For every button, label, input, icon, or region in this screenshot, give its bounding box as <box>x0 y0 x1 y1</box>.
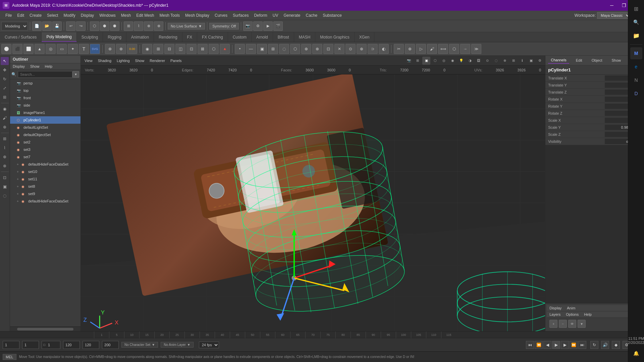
soft-select-icon[interactable]: ◉ <box>1 105 9 113</box>
boolean-button[interactable]: ◫ <box>175 44 185 54</box>
render-region-icon[interactable]: ▣ <box>1 183 9 191</box>
no-live-surface-button[interactable]: No Live Surface ▼ <box>168 23 205 29</box>
plane-tool-button[interactable]: ▭ <box>57 44 67 54</box>
vp-menu-renderer[interactable]: Renderer <box>147 58 167 64</box>
tree-item-default-object-set[interactable]: ◉ defaultObjectSet <box>10 131 80 138</box>
poke-face-button[interactable]: ⊕ <box>405 44 415 54</box>
history-icon[interactable]: ⊡ <box>1 174 9 182</box>
playback-end-input[interactable] <box>83 341 99 349</box>
no-anim-layer-button[interactable]: No Anim Layer ▼ <box>161 342 194 348</box>
search-options-button[interactable]: ▼ <box>72 71 79 78</box>
retopo-button[interactable]: ⬡ <box>449 44 459 54</box>
prev-frame-button[interactable]: ◀ <box>543 341 551 349</box>
mode-dropdown[interactable]: Modeling <box>1 22 28 31</box>
snap-grid-button[interactable]: ⊞ <box>124 21 133 31</box>
tab-fx[interactable]: FX <box>182 32 197 42</box>
fps-dropdown[interactable]: 24 fps 30 fps <box>199 342 219 348</box>
menu-surfaces[interactable]: Surfaces <box>230 12 251 19</box>
smooth-btn[interactable]: ◎ <box>440 57 448 65</box>
outliner-help-menu[interactable]: Help <box>42 63 55 69</box>
outliner-scrollbar[interactable] <box>10 326 80 331</box>
tab-xgen[interactable]: XGen <box>355 32 375 42</box>
tab-poly-modeling[interactable]: Poly Modeling <box>42 32 76 42</box>
menu-create[interactable]: Create <box>27 12 44 19</box>
tab-sculpting[interactable]: Sculpting <box>77 32 103 42</box>
ipr-button[interactable]: ▶ <box>263 21 273 31</box>
menu-mesh-tools[interactable]: Mesh Tools <box>157 12 182 19</box>
max-frame-input[interactable] <box>102 341 119 349</box>
redo-button[interactable]: ↪ <box>76 21 86 31</box>
visibility-value[interactable]: on <box>605 139 632 144</box>
torus-tool-button[interactable]: ◎ <box>46 44 56 54</box>
channel-scale-z[interactable]: Scale Z 1 <box>545 131 634 138</box>
menu-modify[interactable]: Modify <box>61 12 78 19</box>
bevel-button[interactable]: 0.00 <box>127 44 137 54</box>
crease-tool-button[interactable]: 🔺 <box>220 44 230 54</box>
layer-anim-tab[interactable]: Anim <box>564 305 578 311</box>
uv-button[interactable]: ⊞ <box>268 44 278 54</box>
select-tool-button[interactable]: ⬡ <box>90 21 99 31</box>
merge-vertices-button[interactable]: ⊙ <box>345 44 356 54</box>
scroll-thumb[interactable] <box>17 328 73 330</box>
cone-tool-button[interactable]: ▲ <box>35 44 45 54</box>
camera-button[interactable]: 📷 <box>243 21 253 31</box>
universal-manip-icon[interactable]: ⊞ <box>1 93 9 101</box>
save-file-button[interactable]: 💾 <box>52 21 62 31</box>
menu-mesh-display[interactable]: Mesh Display <box>182 12 212 19</box>
tab-animation[interactable]: Animation <box>126 32 154 42</box>
prev-key-button[interactable]: ⏪ <box>535 341 543 349</box>
tree-item-default-light-set[interactable]: ◉ defaultLightSet <box>10 124 80 131</box>
workspace-dropdown[interactable]: Maya Classic <box>597 12 631 19</box>
tab-arnold[interactable]: Arnold <box>252 32 273 42</box>
delete-edge-button[interactable]: ✕ <box>334 44 344 54</box>
bridge-button[interactable]: ⊗ <box>116 44 126 54</box>
symmetry-button[interactable]: ⟺ <box>438 44 448 54</box>
rotate-z-value[interactable]: 0 <box>605 111 632 116</box>
soft-select-button[interactable]: ◐ <box>379 44 389 54</box>
mel-python-toggle[interactable]: MEL <box>3 354 16 360</box>
tab-bifrost[interactable]: Bifrost <box>273 32 294 42</box>
menu-file[interactable]: File <box>3 12 14 19</box>
tree-item-set3[interactable]: ◉ set3 <box>10 146 80 153</box>
menu-deform[interactable]: Deform <box>251 12 270 19</box>
show-tab[interactable]: Show <box>609 57 624 63</box>
menu-mesh[interactable]: Mesh <box>118 12 133 19</box>
lighting-btn[interactable]: 💡 <box>457 57 465 65</box>
menu-uv[interactable]: UV <box>270 12 281 19</box>
taskbar-files[interactable]: 📁 <box>630 29 642 42</box>
scale-tool-icon[interactable]: ⤢ <box>1 84 9 92</box>
keyframe-button[interactable]: ◆ <box>612 341 620 349</box>
layer-display-tab[interactable]: Display <box>547 305 564 311</box>
fill-hole-button[interactable]: ⊠ <box>198 44 208 54</box>
channel-scale-x[interactable]: Scale X 1 <box>545 117 634 124</box>
text-tool-button[interactable]: T <box>79 44 89 54</box>
channel-visibility[interactable]: Visibility on <box>545 138 634 145</box>
layers-menu[interactable]: Layers <box>547 311 563 317</box>
sound-button[interactable]: 🔊 <box>601 341 609 349</box>
quad-draw-button[interactable]: ⬡ <box>209 44 219 54</box>
silhouette-icon[interactable]: ◌ <box>1 192 9 200</box>
taskbar-maya-icon[interactable]: M <box>630 47 642 59</box>
channel-rotate-z[interactable]: Rotate Z 0 <box>545 110 634 117</box>
tree-item-default-hide-face-2[interactable]: + ◉ defaultHideFaceDataSet <box>10 197 80 205</box>
channel-scale-y[interactable]: Scale Y 0.984 <box>545 124 634 131</box>
paint-select-button[interactable]: ⬣ <box>110 21 119 31</box>
move-tool-icon[interactable]: ✥ <box>1 66 9 74</box>
rotate-tool-icon[interactable]: ↻ <box>1 75 9 83</box>
target-weld-button[interactable]: ⊕ <box>357 44 367 54</box>
scale-y-value[interactable]: 0.984 <box>605 125 632 130</box>
more-tools-button[interactable]: ≫ <box>471 44 481 54</box>
extrude-button[interactable]: ⊕ <box>105 44 115 54</box>
single-view-btn[interactable]: ▣ <box>422 57 430 65</box>
face-button[interactable]: ▣ <box>257 44 267 54</box>
channel-translate-y[interactable]: Translate Y 0 <box>545 82 634 89</box>
layer-delete-button[interactable]: − <box>559 320 567 328</box>
ring-button[interactable]: ⬡ <box>290 44 300 54</box>
snap-to-surface-icon[interactable]: ⊗ <box>1 162 9 170</box>
taskbar-search[interactable]: 🔍 <box>630 16 642 28</box>
vp-menu-panels[interactable]: Panels <box>168 58 184 64</box>
paint-deform-button[interactable]: 🖌 <box>427 44 437 54</box>
no-character-set-button[interactable]: No Character Set ▼ <box>121 342 158 348</box>
tree-item-set2[interactable]: ◉ set2 <box>10 138 80 146</box>
snap-to-curve-icon[interactable]: ⌇ <box>1 144 9 152</box>
